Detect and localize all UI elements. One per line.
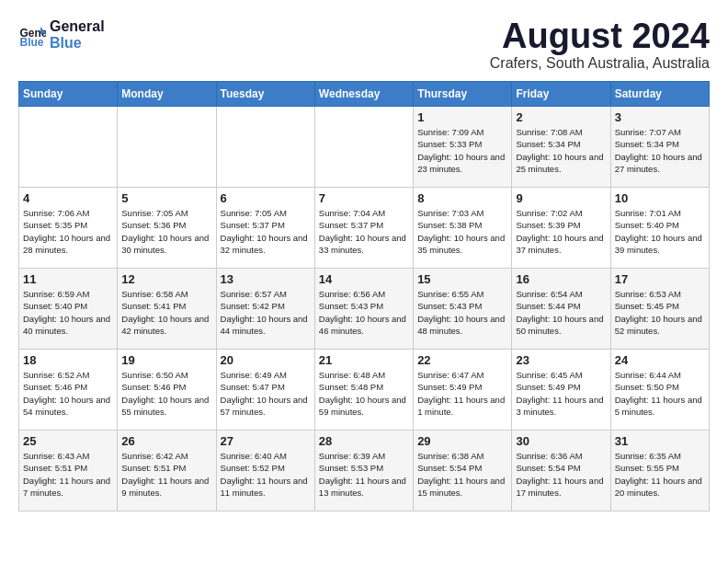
weekday-header-wednesday: Wednesday	[314, 82, 413, 107]
calendar-week-row: 11Sunrise: 6:59 AM Sunset: 5:40 PM Dayli…	[19, 269, 710, 350]
day-number: 30	[516, 434, 606, 448]
day-number: 4	[23, 191, 113, 205]
month-year-title: August 2024	[490, 18, 710, 53]
calendar-cell: 14Sunrise: 6:56 AM Sunset: 5:43 PM Dayli…	[314, 269, 413, 350]
day-number: 24	[615, 353, 705, 367]
day-number: 2	[516, 110, 606, 124]
day-number: 7	[319, 191, 409, 205]
day-number: 12	[121, 272, 211, 286]
calendar-cell: 21Sunrise: 6:48 AM Sunset: 5:48 PM Dayli…	[314, 350, 413, 431]
calendar-cell: 20Sunrise: 6:49 AM Sunset: 5:47 PM Dayli…	[216, 350, 314, 431]
day-number: 11	[23, 272, 113, 286]
cell-content: Sunrise: 7:08 AM Sunset: 5:34 PM Dayligh…	[516, 126, 606, 175]
logo-blue: Blue	[50, 35, 105, 52]
calendar-cell: 18Sunrise: 6:52 AM Sunset: 5:46 PM Dayli…	[19, 350, 118, 431]
calendar-cell: 9Sunrise: 7:02 AM Sunset: 5:39 PM Daylig…	[512, 188, 610, 269]
day-number: 25	[23, 434, 113, 448]
day-number: 9	[516, 191, 606, 205]
weekday-header-friday: Friday	[512, 82, 610, 107]
calendar-cell: 8Sunrise: 7:03 AM Sunset: 5:38 PM Daylig…	[414, 188, 512, 269]
cell-content: Sunrise: 6:52 AM Sunset: 5:46 PM Dayligh…	[23, 369, 113, 418]
calendar-cell: 10Sunrise: 7:01 AM Sunset: 5:40 PM Dayli…	[610, 188, 709, 269]
page-header: General Blue General Blue August 2024 Cr…	[18, 18, 710, 72]
calendar-cell: 29Sunrise: 6:38 AM Sunset: 5:54 PM Dayli…	[414, 431, 512, 511]
cell-content: Sunrise: 6:35 AM Sunset: 5:55 PM Dayligh…	[615, 450, 705, 499]
logo: General Blue General Blue	[18, 18, 105, 52]
logo-general: General	[50, 18, 105, 35]
weekday-header-tuesday: Tuesday	[216, 82, 314, 107]
day-number: 14	[319, 272, 409, 286]
calendar-cell	[118, 107, 216, 188]
title-block: August 2024 Crafers, South Australia, Au…	[490, 18, 710, 72]
cell-content: Sunrise: 6:57 AM Sunset: 5:42 PM Dayligh…	[221, 288, 311, 337]
calendar-week-row: 25Sunrise: 6:43 AM Sunset: 5:51 PM Dayli…	[19, 431, 710, 511]
day-number: 6	[221, 191, 311, 205]
cell-content: Sunrise: 7:09 AM Sunset: 5:33 PM Dayligh…	[417, 126, 507, 175]
day-number: 15	[417, 272, 507, 286]
calendar-cell	[19, 107, 118, 188]
calendar-cell	[216, 107, 314, 188]
day-number: 29	[417, 434, 507, 448]
calendar-cell: 24Sunrise: 6:44 AM Sunset: 5:50 PM Dayli…	[610, 350, 709, 431]
calendar-cell: 13Sunrise: 6:57 AM Sunset: 5:42 PM Dayli…	[216, 269, 314, 350]
calendar-week-row: 1Sunrise: 7:09 AM Sunset: 5:33 PM Daylig…	[19, 107, 710, 188]
cell-content: Sunrise: 6:39 AM Sunset: 5:53 PM Dayligh…	[319, 450, 409, 499]
calendar-cell: 12Sunrise: 6:58 AM Sunset: 5:41 PM Dayli…	[118, 269, 216, 350]
cell-content: Sunrise: 7:05 AM Sunset: 5:36 PM Dayligh…	[121, 207, 211, 256]
day-number: 26	[121, 434, 211, 448]
calendar-week-row: 18Sunrise: 6:52 AM Sunset: 5:46 PM Dayli…	[19, 350, 710, 431]
cell-content: Sunrise: 7:02 AM Sunset: 5:39 PM Dayligh…	[516, 207, 606, 256]
svg-text:Blue: Blue	[20, 36, 44, 49]
cell-content: Sunrise: 6:40 AM Sunset: 5:52 PM Dayligh…	[221, 450, 311, 499]
day-number: 17	[615, 272, 705, 286]
calendar-cell: 30Sunrise: 6:36 AM Sunset: 5:54 PM Dayli…	[512, 431, 610, 511]
cell-content: Sunrise: 7:06 AM Sunset: 5:35 PM Dayligh…	[23, 207, 113, 256]
calendar-cell: 4Sunrise: 7:06 AM Sunset: 5:35 PM Daylig…	[19, 188, 118, 269]
calendar-table: SundayMondayTuesdayWednesdayThursdayFrid…	[18, 81, 710, 511]
cell-content: Sunrise: 6:58 AM Sunset: 5:41 PM Dayligh…	[121, 288, 211, 337]
cell-content: Sunrise: 7:05 AM Sunset: 5:37 PM Dayligh…	[221, 207, 311, 256]
day-number: 22	[417, 353, 507, 367]
cell-content: Sunrise: 6:50 AM Sunset: 5:46 PM Dayligh…	[121, 369, 211, 418]
day-number: 19	[121, 353, 211, 367]
cell-content: Sunrise: 6:48 AM Sunset: 5:48 PM Dayligh…	[319, 369, 409, 418]
calendar-cell: 17Sunrise: 6:53 AM Sunset: 5:45 PM Dayli…	[610, 269, 709, 350]
cell-content: Sunrise: 7:03 AM Sunset: 5:38 PM Dayligh…	[417, 207, 507, 256]
day-number: 27	[221, 434, 311, 448]
calendar-cell: 31Sunrise: 6:35 AM Sunset: 5:55 PM Dayli…	[610, 431, 709, 511]
day-number: 10	[615, 191, 705, 205]
weekday-header-saturday: Saturday	[610, 82, 709, 107]
calendar-cell: 3Sunrise: 7:07 AM Sunset: 5:34 PM Daylig…	[610, 107, 709, 188]
calendar-cell: 6Sunrise: 7:05 AM Sunset: 5:37 PM Daylig…	[216, 188, 314, 269]
cell-content: Sunrise: 6:47 AM Sunset: 5:49 PM Dayligh…	[417, 369, 507, 418]
calendar-cell: 1Sunrise: 7:09 AM Sunset: 5:33 PM Daylig…	[414, 107, 512, 188]
calendar-cell: 2Sunrise: 7:08 AM Sunset: 5:34 PM Daylig…	[512, 107, 610, 188]
cell-content: Sunrise: 7:07 AM Sunset: 5:34 PM Dayligh…	[615, 126, 705, 175]
calendar-cell: 26Sunrise: 6:42 AM Sunset: 5:51 PM Dayli…	[118, 431, 216, 511]
calendar-cell: 7Sunrise: 7:04 AM Sunset: 5:37 PM Daylig…	[314, 188, 413, 269]
day-number: 3	[615, 110, 705, 124]
day-number: 23	[516, 353, 606, 367]
cell-content: Sunrise: 6:36 AM Sunset: 5:54 PM Dayligh…	[516, 450, 606, 499]
calendar-cell: 28Sunrise: 6:39 AM Sunset: 5:53 PM Dayli…	[314, 431, 413, 511]
cell-content: Sunrise: 6:53 AM Sunset: 5:45 PM Dayligh…	[615, 288, 705, 337]
calendar-week-row: 4Sunrise: 7:06 AM Sunset: 5:35 PM Daylig…	[19, 188, 710, 269]
weekday-header-sunday: Sunday	[19, 82, 118, 107]
day-number: 13	[221, 272, 311, 286]
location-subtitle: Crafers, South Australia, Australia	[490, 55, 710, 72]
cell-content: Sunrise: 6:55 AM Sunset: 5:43 PM Dayligh…	[417, 288, 507, 337]
calendar-cell: 16Sunrise: 6:54 AM Sunset: 5:44 PM Dayli…	[512, 269, 610, 350]
cell-content: Sunrise: 6:54 AM Sunset: 5:44 PM Dayligh…	[516, 288, 606, 337]
cell-content: Sunrise: 7:01 AM Sunset: 5:40 PM Dayligh…	[615, 207, 705, 256]
logo-icon: General Blue	[18, 21, 46, 49]
weekday-header-monday: Monday	[118, 82, 216, 107]
weekday-header-row: SundayMondayTuesdayWednesdayThursdayFrid…	[19, 82, 710, 107]
day-number: 21	[319, 353, 409, 367]
calendar-cell	[314, 107, 413, 188]
cell-content: Sunrise: 6:49 AM Sunset: 5:47 PM Dayligh…	[221, 369, 311, 418]
day-number: 31	[615, 434, 705, 448]
calendar-cell: 15Sunrise: 6:55 AM Sunset: 5:43 PM Dayli…	[414, 269, 512, 350]
cell-content: Sunrise: 6:44 AM Sunset: 5:50 PM Dayligh…	[615, 369, 705, 418]
cell-content: Sunrise: 6:59 AM Sunset: 5:40 PM Dayligh…	[23, 288, 113, 337]
cell-content: Sunrise: 6:43 AM Sunset: 5:51 PM Dayligh…	[23, 450, 113, 499]
